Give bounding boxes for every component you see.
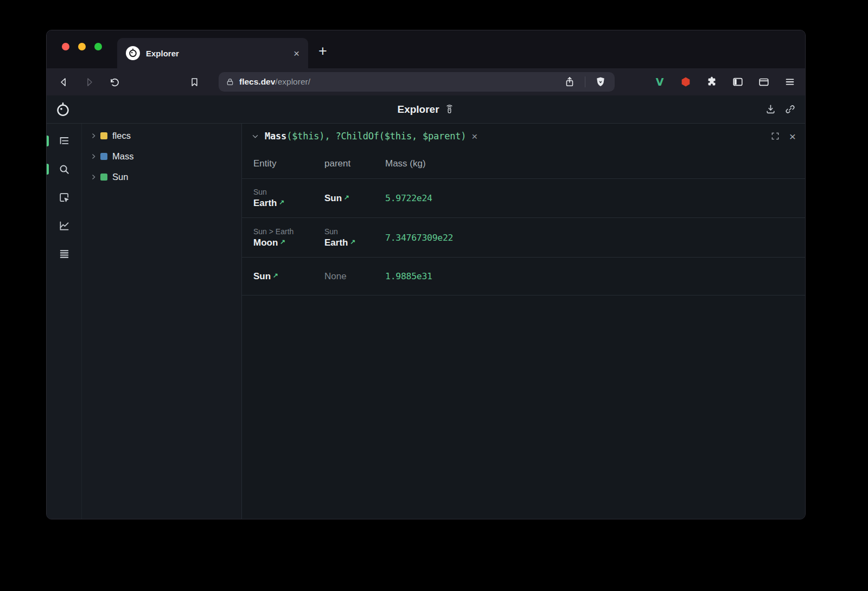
query-remove-icon[interactable]: × xyxy=(471,131,477,142)
tab-strip: Explorer × + xyxy=(47,30,805,68)
sidebar-item-memory[interactable] xyxy=(53,243,75,265)
url-bar[interactable]: flecs.dev/explorer/ xyxy=(219,72,615,92)
close-window-button[interactable] xyxy=(62,43,69,50)
url-domain: flecs.dev xyxy=(239,77,275,86)
sidebar-toggle-icon[interactable] xyxy=(731,75,745,89)
header-actions xyxy=(765,104,805,115)
desktop: Explorer × + xyxy=(0,0,868,591)
parent-link[interactable]: Earth↗ xyxy=(324,237,385,248)
url-text: flecs.dev/explorer/ xyxy=(239,77,310,87)
query-panel: Mass($this), ?ChildOf($this, $parent) × … xyxy=(242,124,805,519)
tree-item-label: Mass xyxy=(112,151,133,162)
query-expression[interactable]: Mass($this), ?ChildOf($this, $parent) xyxy=(265,131,466,142)
page-title: Explorer xyxy=(397,104,439,115)
external-link-icon: ↗ xyxy=(280,238,285,246)
bookmark-icon[interactable] xyxy=(186,73,203,91)
table-row: Sun↗ None 1.9885e31 xyxy=(242,257,805,295)
new-tab-button[interactable]: + xyxy=(318,44,327,59)
table-row: Sun Earth↗ Sun↗ 5.9722e24 xyxy=(242,178,805,217)
app-body: flecs Mass Sun xyxy=(47,124,805,519)
app-title-wrap: Explorer xyxy=(47,104,805,115)
external-link-icon: ↗ xyxy=(350,238,355,246)
mass-cell: 5.9722e24 xyxy=(385,193,805,203)
expand-panel-icon[interactable] xyxy=(770,131,780,141)
flecs-logo-icon[interactable] xyxy=(55,101,71,118)
url-path: /explorer/ xyxy=(275,77,310,86)
close-panel-icon[interactable]: × xyxy=(789,131,796,142)
query-expression-rest: ($this), ?ChildOf($this, $parent) xyxy=(286,131,466,142)
vue-extension-icon[interactable]: V xyxy=(653,75,667,89)
active-indicator xyxy=(47,136,49,146)
forward-button[interactable] xyxy=(80,73,98,91)
share-button[interactable] xyxy=(563,75,577,89)
chart-icon xyxy=(58,220,71,232)
tree-item-mass[interactable]: Mass xyxy=(82,146,241,166)
entity-tree-panel: flecs Mass Sun xyxy=(82,124,242,519)
minimize-window-button[interactable] xyxy=(78,43,86,50)
sidebar-item-search[interactable] xyxy=(53,158,75,180)
sidebar-item-entities[interactable] xyxy=(53,130,75,152)
entity-cell: Sun↗ xyxy=(253,271,324,282)
entity-color-swatch xyxy=(100,174,107,181)
sidebar-item-stats[interactable] xyxy=(53,215,75,236)
entity-link[interactable]: Sun↗ xyxy=(253,271,324,282)
entity-path: Sun xyxy=(253,188,324,196)
query-bar: Mass($this), ?ChildOf($this, $parent) × … xyxy=(242,124,805,149)
mass-cell: 7.34767309e22 xyxy=(385,233,805,243)
column-header-entity: Entity xyxy=(253,158,324,169)
menu-icon[interactable] xyxy=(783,75,797,89)
traffic-lights xyxy=(62,43,102,50)
back-button[interactable] xyxy=(55,73,72,91)
query-component-name: Mass xyxy=(265,131,286,142)
entity-path: Sun > Earth xyxy=(253,227,324,236)
parent-link[interactable]: Sun↗ xyxy=(324,193,385,204)
active-indicator xyxy=(47,164,49,175)
parent-cell: Sun↗ xyxy=(324,193,385,204)
results-table-body: Sun Earth↗ Sun↗ 5.9722e24 xyxy=(242,178,805,295)
tree-item-label: Sun xyxy=(112,172,128,182)
tab-title: Explorer xyxy=(146,49,179,58)
column-header-parent: parent xyxy=(324,158,385,169)
flecs-favicon-icon xyxy=(126,46,140,60)
parent-none-label: None xyxy=(324,271,385,282)
tree-item-flecs[interactable]: flecs xyxy=(82,125,241,146)
reload-button[interactable] xyxy=(106,73,123,91)
toolbar-divider xyxy=(585,76,585,87)
tab-close-icon[interactable]: × xyxy=(293,48,299,59)
tree-icon xyxy=(58,135,71,147)
hexagon-extension-icon[interactable] xyxy=(679,75,693,89)
parent-cell: None xyxy=(324,271,385,282)
entity-link[interactable]: Moon↗ xyxy=(253,237,324,248)
browser-window: Explorer × + xyxy=(46,30,806,519)
zoom-window-button[interactable] xyxy=(94,43,102,50)
entity-cell: Sun > Earth Moon↗ xyxy=(253,227,324,248)
external-link-icon: ↗ xyxy=(279,198,284,206)
external-link-icon: ↗ xyxy=(273,272,278,279)
query-panel-actions: × xyxy=(770,131,796,142)
mass-value: 7.34767309e22 xyxy=(385,233,805,243)
download-icon[interactable] xyxy=(765,104,776,115)
entity-color-swatch xyxy=(100,153,107,160)
browser-tab-explorer[interactable]: Explorer × xyxy=(117,38,308,68)
chevron-right-icon[interactable] xyxy=(90,132,97,139)
extensions-puzzle-icon[interactable] xyxy=(705,75,719,89)
tree-item-label: flecs xyxy=(112,131,131,141)
app-header: Explorer xyxy=(47,95,805,124)
search-icon xyxy=(58,163,71,176)
tree-item-sun[interactable]: Sun xyxy=(82,166,241,187)
navigation-bar: flecs.dev/explorer/ xyxy=(47,68,805,95)
chevron-down-icon[interactable] xyxy=(251,132,259,140)
lock-icon xyxy=(226,78,234,86)
entity-link[interactable]: Earth↗ xyxy=(253,198,324,209)
wallet-icon[interactable] xyxy=(757,75,771,89)
mass-value: 1.9885e31 xyxy=(385,271,805,281)
table-row: Sun > Earth Moon↗ Sun Earth↗ 7.34767309e… xyxy=(242,217,805,257)
brave-shields-icon[interactable] xyxy=(593,75,608,89)
entity-color-swatch xyxy=(100,132,107,139)
sidebar-item-inspect[interactable] xyxy=(53,187,75,208)
entity-cell: Sun Earth↗ xyxy=(253,188,324,209)
chevron-right-icon[interactable] xyxy=(90,174,97,181)
link-icon[interactable] xyxy=(784,104,796,115)
chevron-right-icon[interactable] xyxy=(90,153,97,160)
parent-path: Sun xyxy=(324,227,385,236)
